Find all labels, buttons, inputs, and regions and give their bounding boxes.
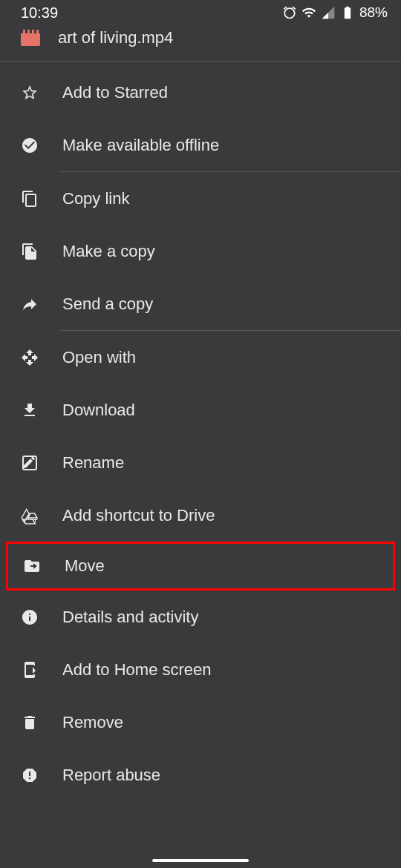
offline-icon: [21, 137, 39, 154]
rename-icon: [21, 454, 39, 472]
make-copy-icon: [21, 243, 39, 260]
menu-label: Add to Home screen: [62, 660, 212, 680]
file-name: art of living.mp4: [58, 28, 173, 47]
menu-label: Details and activity: [62, 608, 198, 627]
menu-report-abuse[interactable]: Report abuse: [0, 749, 401, 801]
status-icons: 88%: [282, 4, 388, 21]
menu-add-shortcut[interactable]: + Add shortcut to Drive: [0, 489, 401, 542]
svg-text:+: +: [33, 515, 38, 525]
open-with-icon: [21, 349, 39, 366]
menu-copy-link[interactable]: Copy link: [0, 172, 401, 225]
star-icon: [21, 84, 39, 102]
menu-rename[interactable]: Rename: [0, 436, 401, 489]
menu-open-with[interactable]: Open with: [0, 331, 401, 384]
status-bar: 10:39 88%: [0, 0, 401, 22]
menu-label: Make available offline: [62, 136, 219, 155]
menu-label: Send a copy: [62, 295, 153, 314]
menu-download[interactable]: Download: [0, 384, 401, 436]
menu-label: Report abuse: [62, 766, 160, 785]
menu-details[interactable]: Details and activity: [0, 591, 401, 643]
add-home-icon: [21, 661, 39, 679]
move-icon: [23, 557, 41, 575]
menu-starred[interactable]: Add to Starred: [0, 66, 401, 119]
info-icon: [21, 608, 39, 626]
video-file-icon: [21, 30, 40, 46]
menu-label: Move: [65, 556, 105, 576]
download-icon: [21, 401, 39, 419]
battery-percent: 88%: [359, 4, 388, 21]
send-icon: [21, 295, 39, 313]
alarm-icon: [282, 5, 297, 20]
menu-label: Open with: [62, 348, 136, 367]
file-header: art of living.mp4: [0, 22, 401, 61]
trash-icon: [21, 714, 39, 731]
menu-label: Rename: [62, 453, 124, 473]
menu-label: Remove: [62, 713, 123, 732]
signal-icon: [321, 5, 336, 20]
menu-label: Make a copy: [62, 242, 155, 261]
copy-link-icon: [21, 190, 39, 208]
menu-label: Add shortcut to Drive: [62, 506, 215, 525]
menu-label: Download: [62, 401, 135, 420]
menu-make-copy[interactable]: Make a copy: [0, 225, 401, 277]
menu-label: Add to Starred: [62, 83, 168, 102]
menu-send-copy[interactable]: Send a copy: [0, 277, 401, 330]
menu-add-home[interactable]: Add to Home screen: [0, 643, 401, 696]
wifi-icon: [301, 5, 316, 20]
battery-icon: [340, 5, 355, 20]
menu-label: Copy link: [62, 189, 129, 208]
nav-bar-indicator[interactable]: [152, 859, 249, 862]
menu-offline[interactable]: Make available offline: [0, 119, 401, 171]
status-time: 10:39: [21, 4, 58, 22]
menu-remove[interactable]: Remove: [0, 696, 401, 749]
menu-move[interactable]: Move: [6, 542, 395, 591]
menu-list: Add to Starred Make available offline Co…: [0, 62, 401, 801]
report-icon: [21, 766, 39, 784]
drive-shortcut-icon: +: [21, 507, 39, 525]
